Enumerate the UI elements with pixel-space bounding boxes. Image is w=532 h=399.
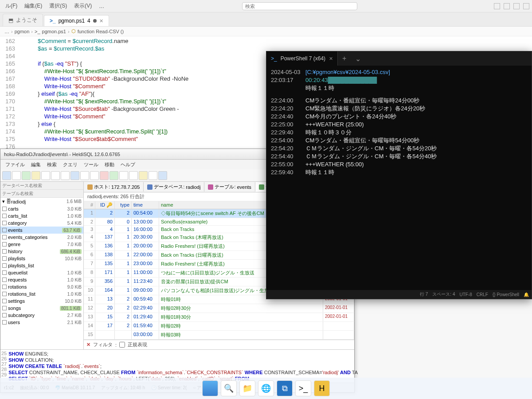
line-gutter: 162 163 164 165 166 167 168 169 170 171 … [0, 36, 19, 160]
tree-table-genre[interactable]: genre7.0 KiB [0, 241, 83, 248]
tb-5[interactable] [51, 171, 60, 180]
tb-play[interactable] [110, 171, 118, 180]
taskbar-terminal[interactable]: >_ [295, 380, 311, 396]
tree-table-history[interactable]: history686.4 KiB [0, 248, 83, 255]
tb-13[interactable] [129, 171, 138, 180]
table-row[interactable]: 1417201:59:40時報02時 [84, 322, 354, 331]
log-line: 22:54:40ＣＭランダム・ジングル・CM・毎曜・各54分40秒 [271, 153, 527, 160]
menu-help[interactable]: ヘルプ [118, 160, 137, 169]
tree-table-carts[interactable]: carts3.0 KiB [0, 205, 83, 212]
menu-file[interactable]: ファイル [3, 160, 27, 169]
log-line: 22:24:00CMランダム・番組宣伝・毎曜毎時24分00秒 [271, 97, 527, 105]
terminal-output[interactable]: 2024-05-03[C:¥pgmon¥csv¥2024-05-03.csv] … [266, 66, 532, 179]
tb-15[interactable] [149, 171, 157, 180]
menu-edit[interactable]: 編集 [29, 160, 43, 169]
layout-btn-1[interactable] [494, 3, 500, 9]
tree-table-settings[interactable]: settings10.0 KiB [0, 297, 83, 305]
tb-8[interactable] [80, 171, 89, 180]
tree-table-category[interactable]: category5.4 KiB [0, 219, 83, 227]
menu-select[interactable]: 選択(S) [47, 1, 70, 11]
tb-14[interactable] [139, 171, 148, 180]
vscode-tabs: ⬒ ようこそ >_ pgmon.ps1 4 ✕ [0, 12, 532, 27]
pwsh-statusbar: 行 7 スペース: 4 UTF-8 CRLF {} PowerShell 🔔 [266, 290, 532, 299]
close-icon[interactable]: ✕ [99, 18, 103, 24]
menu-view[interactable]: 表示(V) [71, 1, 94, 11]
tree-table-events[interactable]: events63.7 KiB [0, 227, 83, 234]
tb-12[interactable] [119, 171, 128, 180]
tree-table-requests[interactable]: requests1.0 KiB [0, 276, 83, 283]
tree-table-playlists_list[interactable]: playlists_list [0, 262, 83, 269]
taskbar-edge[interactable]: 🌐 [258, 380, 274, 396]
pwsh-tab[interactable]: >_ PowerShell 7 (x64) ✕ [266, 51, 338, 66]
tab-file[interactable]: >_ pgmon.ps1 4 ✕ [44, 15, 109, 26]
log-line: 22:59:40時報１１時 [271, 168, 527, 176]
tab-welcome[interactable]: ⬒ ようこそ [3, 14, 43, 26]
log-line: 22:54:20ＣＭランダム・ジングル・CM・毎曜・各54分20秒 [271, 145, 527, 153]
filter-bar[interactable]: ✕ フィルタ: 正規表現 [84, 340, 354, 349]
tree-table-playlists[interactable]: playlists10.0 KiB [0, 255, 83, 262]
pwsh-titlebar[interactable]: >_ PowerShell 7 (x64) ✕ + ⌄ [266, 51, 532, 66]
clear-filter-icon[interactable]: ✕ [86, 342, 90, 348]
tree-table-subcategory[interactable]: subcategory2.7 KiB [0, 312, 83, 319]
menu-edit[interactable]: 編集(E) [22, 1, 45, 11]
powershell-window: >_ PowerShell 7 (x64) ✕ + ⌄ 2024-05-03[C… [266, 51, 532, 299]
search-input[interactable] [242, 2, 357, 10]
bell-icon[interactable]: 🔔 [524, 292, 529, 297]
layout-btn-3[interactable] [513, 3, 520, 9]
taskbar-heidi[interactable]: H [314, 380, 330, 396]
table-row[interactable]: 1315201:29:40時報01時30分2002-01-01 [84, 313, 354, 322]
db-filter-input[interactable] [2, 183, 82, 188]
taskbar-explorer[interactable]: 📁 [239, 380, 255, 396]
close-tab-icon[interactable]: ✕ [329, 56, 333, 62]
regex-checkbox[interactable] [119, 342, 125, 348]
tree-table-rotations[interactable]: rotations9.0 KiB [0, 283, 83, 290]
taskbar-vscode[interactable]: ⧉ [277, 380, 293, 396]
tb-9[interactable] [90, 171, 99, 180]
log-line: 22:29:40時報１０時３０分 [271, 129, 527, 137]
tb-4[interactable] [41, 171, 50, 180]
table-row[interactable]: 1503:00:00時報03時 [84, 331, 354, 340]
menu-search[interactable]: 検索 [45, 160, 59, 169]
menu-more[interactable]: … [96, 2, 107, 10]
tree-table-users[interactable]: users2.1 KiB [0, 319, 83, 326]
vscode-menubar: ル(F) 編集(E) 選択(S) 表示(V) … [0, 0, 532, 12]
menu-go[interactable]: 移動 [102, 160, 117, 169]
tree-table-songs[interactable]: songs801.1 KiB [0, 305, 83, 312]
tab-dropdown-icon[interactable]: ⌄ [351, 55, 365, 63]
windows-taskbar[interactable]: 🔍 📁 🌐 ⧉ >_ H [0, 378, 532, 399]
layout-btn-4[interactable] [523, 3, 529, 9]
log-line: 22:55:00+++WEATHER (55:00) [271, 160, 527, 168]
menu-tools[interactable]: ツール [82, 160, 101, 169]
table-filter-input[interactable] [2, 191, 82, 196]
new-tab-button[interactable]: + [338, 55, 351, 63]
ps-icon: >_ [35, 29, 40, 34]
table-row[interactable]: 1220202:29:40時報02時30分2002-01-01 [84, 304, 354, 313]
tree-table-queuelist[interactable]: queuelist1.0 KiB [0, 269, 83, 276]
powershell-icon: >_ [271, 55, 277, 62]
tree-table-rotations_list[interactable]: rotations_list1.0 KiB [0, 290, 83, 297]
log-line: 22:24:20CM緊急地震速報（防災にラジオ）各24分20秒 [271, 105, 527, 113]
tb-stop[interactable] [100, 171, 109, 180]
tab-database[interactable]: データベース: radiodj [144, 182, 204, 192]
tb-user[interactable] [31, 171, 40, 180]
heidi-tree[interactable]: ▾ 🗄 radiodj 1.6 MiB carts3.0 KiBcarts_li… [0, 182, 84, 349]
tree-table-events_categories[interactable]: events_categories2.0 KiB [0, 234, 83, 241]
welcome-icon: ⬒ [8, 17, 13, 23]
menu-query[interactable]: クエリ [61, 160, 80, 169]
tb-run[interactable] [22, 171, 31, 180]
log-line: 22:54:00CMランダム・番組宣伝・毎曜毎時54分00秒 [271, 137, 527, 145]
menu-file[interactable]: ル(F) [3, 1, 20, 11]
tree-db[interactable]: ▾ 🗄 radiodj 1.6 MiB [0, 198, 83, 205]
tab-table[interactable]: テーブル: events [204, 182, 255, 192]
tb-refresh[interactable] [12, 171, 21, 180]
tab-host[interactable]: ホスト: 172.78.7.205 [84, 182, 144, 192]
start-button[interactable] [202, 380, 218, 396]
tb-16[interactable] [158, 171, 167, 180]
layout-btn-2[interactable] [504, 3, 510, 9]
breadcrumb[interactable]: …› pgmon› >_ pgmon.ps1› ⬡ function Read-… [0, 27, 532, 36]
taskbar-search[interactable]: 🔍 [221, 380, 237, 396]
tb-7[interactable] [70, 171, 79, 180]
tb-connect[interactable] [2, 171, 11, 180]
tb-6[interactable] [61, 171, 70, 180]
tree-table-carts_list[interactable]: carts_list1.0 KiB [0, 212, 83, 219]
